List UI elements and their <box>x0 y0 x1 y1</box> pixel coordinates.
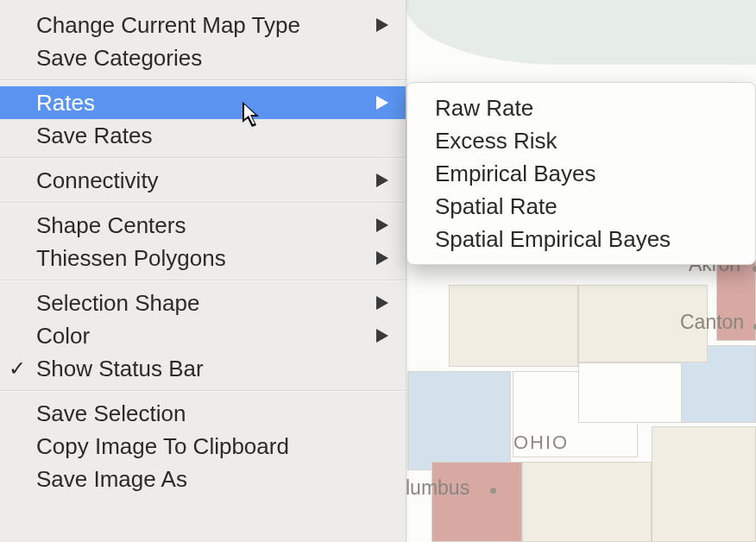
submenu-item-label: Spatial Rate <box>435 193 558 220</box>
svg-marker-0 <box>376 18 388 32</box>
menu-item-selection-shape[interactable]: Selection Shape <box>0 287 406 319</box>
map-city-columbus: lumbus <box>406 476 469 500</box>
svg-marker-6 <box>376 329 388 343</box>
menu-item-rates[interactable]: Rates <box>0 86 406 119</box>
menu-item-label: Copy Image To Clipboard <box>36 433 289 460</box>
submenu-arrow-icon <box>376 18 388 32</box>
menu-item-shape-centers[interactable]: Shape Centers <box>0 209 406 242</box>
map-state-label: OHIO <box>513 432 569 454</box>
menu-item-thiessen-polygons[interactable]: Thiessen Polygons <box>0 242 406 274</box>
menu-item-change-map-type[interactable]: Change Current Map Type <box>0 9 406 41</box>
submenu-item-label: Raw Rate <box>435 95 533 122</box>
menu-item-color[interactable]: Color <box>0 319 406 352</box>
menu-item-label: Rates <box>36 90 95 117</box>
submenu-item-spatial-empirical-bayes[interactable]: Spatial Empirical Bayes <box>407 223 755 255</box>
checkmark-icon: ✓ <box>9 356 26 381</box>
rates-submenu: Raw Rate Excess Risk Empirical Bayes Spa… <box>406 82 756 265</box>
menu-item-label: Change Current Map Type <box>36 12 300 39</box>
svg-marker-1 <box>376 96 388 110</box>
svg-marker-5 <box>376 296 388 310</box>
submenu-item-label: Spatial Empirical Bayes <box>435 226 671 253</box>
svg-marker-2 <box>376 173 388 187</box>
submenu-arrow-icon <box>376 329 388 343</box>
submenu-arrow-icon <box>376 173 388 187</box>
submenu-arrow-icon <box>376 218 388 232</box>
menu-item-label: Save Categories <box>36 45 202 72</box>
menu-item-save-selection[interactable]: Save Selection <box>0 397 406 430</box>
submenu-item-label: Excess Risk <box>435 128 558 154</box>
svg-marker-3 <box>376 218 388 232</box>
submenu-arrow-icon <box>376 296 388 310</box>
menu-item-show-status-bar[interactable]: ✓ Show Status Bar <box>0 352 406 385</box>
menu-item-label: Selection Shape <box>36 290 199 317</box>
svg-marker-4 <box>376 251 388 265</box>
menu-item-label: Shape Centers <box>36 212 186 239</box>
menu-item-save-image-as[interactable]: Save Image As <box>0 463 406 495</box>
menu-separator <box>0 157 406 159</box>
menu-separator <box>0 280 406 281</box>
menu-item-label: Show Status Bar <box>36 356 204 382</box>
menu-item-label: Thiessen Polygons <box>36 245 226 272</box>
menu-separator <box>0 202 406 204</box>
menu-item-label: Save Selection <box>36 400 186 427</box>
menu-item-label: Save Rates <box>36 123 152 149</box>
submenu-arrow-icon <box>376 251 388 265</box>
submenu-item-empirical-bayes[interactable]: Empirical Bayes <box>407 157 755 190</box>
map-city-canton: Canton <box>680 311 744 334</box>
context-menu: Change Current Map Type Save Categories … <box>0 0 406 542</box>
menu-item-connectivity[interactable]: Connectivity <box>0 164 406 197</box>
menu-item-label: Connectivity <box>36 167 159 194</box>
submenu-item-label: Empirical Bayes <box>435 161 595 187</box>
menu-item-copy-image[interactable]: Copy Image To Clipboard <box>0 430 406 463</box>
submenu-arrow-icon <box>376 96 388 110</box>
menu-separator <box>0 79 406 81</box>
menu-item-save-rates[interactable]: Save Rates <box>0 119 406 152</box>
menu-item-save-categories[interactable]: Save Categories <box>0 41 406 74</box>
menu-item-label: Save Image As <box>36 466 187 493</box>
submenu-item-excess-risk[interactable]: Excess Risk <box>407 124 755 157</box>
menu-separator <box>0 390 406 392</box>
submenu-item-raw-rate[interactable]: Raw Rate <box>407 91 755 124</box>
submenu-item-spatial-rate[interactable]: Spatial Rate <box>407 190 755 223</box>
menu-item-label: Color <box>36 323 90 350</box>
